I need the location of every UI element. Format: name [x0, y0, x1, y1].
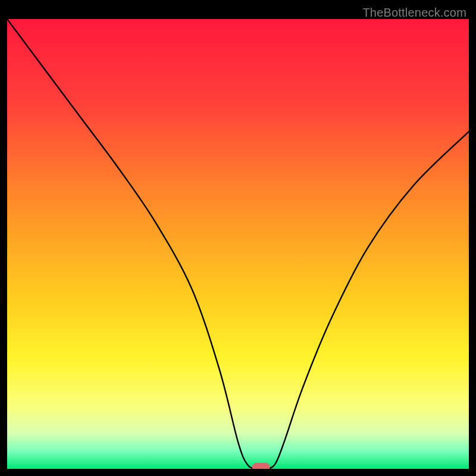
chart-svg: [7, 19, 469, 469]
chart-frame: TheBottleneck.com: [7, 7, 469, 469]
chart-plot: [7, 19, 469, 469]
watermark-text: TheBottleneck.com: [362, 6, 466, 20]
gradient-background: [7, 19, 469, 469]
optimum-marker: [252, 463, 270, 469]
